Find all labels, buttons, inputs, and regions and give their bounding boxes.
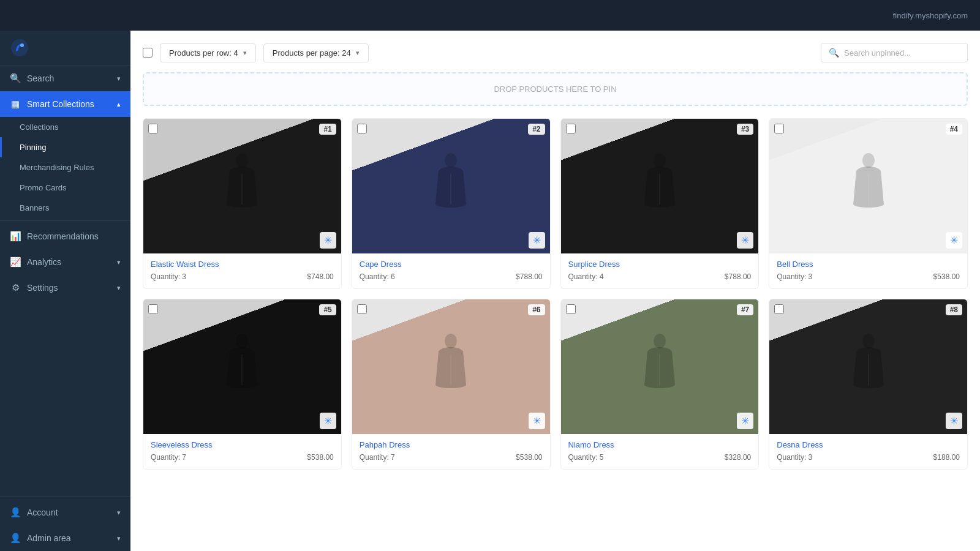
search-input[interactable]: [844, 48, 960, 58]
card-image: #7 ✳: [561, 299, 759, 434]
card-body: Elastic Waist Dress Quantity: 3 $748.00: [143, 253, 341, 288]
chevron-down-icon: ▾: [117, 284, 121, 292]
card-checkbox[interactable]: [357, 304, 367, 314]
card-price: $328.00: [725, 453, 751, 462]
pin-button[interactable]: ✳: [529, 413, 545, 429]
card-checkbox[interactable]: [357, 124, 367, 133]
shop-domain: findify.myshopify.com: [893, 11, 968, 20]
products-per-row-dropdown[interactable]: Products per row: 4 ▾: [160, 43, 256, 62]
card-title: Bell Dress: [777, 260, 960, 269]
card-meta: Quantity: 5 $328.00: [568, 453, 752, 462]
sidebar-item-recommendations[interactable]: 📊 Recommendations: [0, 223, 130, 249]
product-card[interactable]: #8 ✳ Desna Dress Quantity: 3 $188.00: [769, 299, 968, 470]
product-card[interactable]: #2 ✳ Cape Dress Quantity: 6 $788.00: [352, 118, 551, 289]
search-box: 🔍: [821, 43, 968, 62]
card-checkbox[interactable]: [148, 124, 158, 133]
card-body: Niamo Dress Quantity: 5 $328.00: [561, 434, 759, 469]
pin-button[interactable]: ✳: [946, 232, 962, 249]
card-image: #4 ✳: [769, 119, 967, 253]
select-all-checkbox[interactable]: [143, 48, 153, 58]
products-per-page-label: Products per page: 24: [273, 48, 351, 58]
sidebar-item-collections[interactable]: Collections: [0, 117, 130, 137]
card-title: Surplice Dress: [568, 260, 752, 269]
products-per-page-dropdown[interactable]: Products per page: 24 ▾: [263, 43, 369, 62]
sidebar-item-promo-cards[interactable]: Promo Cards: [0, 178, 130, 198]
card-meta: Quantity: 3 $538.00: [777, 272, 960, 281]
card-price: $188.00: [933, 453, 960, 462]
card-meta: Quantity: 7 $538.00: [151, 453, 334, 462]
sidebar-item-smart-collections[interactable]: ▦ Smart Collections ▴: [0, 91, 130, 117]
sidebar-item-admin-area[interactable]: 👤 Admin area ▾: [0, 525, 130, 551]
dress-image-placeholder: [769, 299, 967, 434]
card-title: Elastic Waist Dress: [151, 260, 334, 269]
search-icon: 🔍: [10, 73, 21, 84]
card-image: #1 ✳: [143, 119, 341, 253]
card-body: Desna Dress Quantity: 3 $188.00: [769, 434, 967, 469]
chevron-up-icon: ▴: [117, 100, 121, 108]
product-card[interactable]: #7 ✳ Niamo Dress Quantity: 5 $328.00: [560, 299, 760, 470]
card-checkbox[interactable]: [148, 304, 158, 314]
sidebar-item-account[interactable]: 👤 Account ▾: [0, 500, 130, 525]
dress-image-placeholder: [143, 299, 341, 434]
product-card[interactable]: #6 ✳ Pahpah Dress Quantity: 7 $538.00: [352, 299, 551, 470]
card-checkbox[interactable]: [774, 304, 784, 314]
card-image: #8 ✳: [769, 299, 967, 434]
sidebar-item-pinning[interactable]: Pinning: [0, 137, 130, 157]
card-position-badge: #7: [737, 304, 753, 315]
svg-point-14: [654, 334, 666, 348]
card-quantity: Quantity: 4: [568, 272, 604, 281]
card-title: Pahpah Dress: [360, 440, 543, 449]
card-position-badge: #5: [319, 304, 336, 315]
card-body: Surplice Dress Quantity: 4 $788.00: [561, 253, 759, 288]
sidebar: 🔍 Search ▾ ▦ Smart Collections ▴ Collect…: [0, 31, 130, 551]
card-meta: Quantity: 4 $788.00: [568, 272, 752, 281]
product-card[interactable]: #5 ✳ Sleeveless Dress Quantity: 7 $538.0…: [143, 299, 342, 470]
sidebar-item-banners[interactable]: Banners: [0, 198, 130, 218]
svg-point-4: [445, 153, 457, 168]
product-card[interactable]: #4 ✳ Bell Dress Quantity: 3 $538.00: [769, 118, 968, 289]
account-icon: 👤: [10, 507, 21, 518]
sidebar-item-settings[interactable]: ⚙ Settings ▾: [0, 275, 130, 301]
pin-button[interactable]: ✳: [320, 413, 336, 429]
drop-zone[interactable]: DROP PRODUCTS HERE TO PIN: [143, 72, 968, 106]
svg-point-1: [20, 43, 24, 47]
pin-button[interactable]: ✳: [737, 413, 753, 429]
svg-point-12: [445, 334, 457, 348]
chevron-down-icon: ▾: [117, 534, 121, 542]
sidebar-item-recommendations-label: Recommendations: [27, 231, 99, 241]
card-image: #3 ✳: [561, 119, 759, 253]
card-body: Pahpah Dress Quantity: 7 $538.00: [352, 434, 550, 469]
svg-point-16: [862, 334, 875, 348]
sidebar-bottom: 👤 Account ▾ 👤 Admin area ▾: [0, 494, 130, 551]
sidebar-item-account-label: Account: [27, 508, 58, 517]
card-price: $538.00: [516, 453, 542, 462]
card-body: Bell Dress Quantity: 3 $538.00: [769, 253, 967, 288]
pin-button[interactable]: ✳: [529, 232, 545, 249]
card-checkbox[interactable]: [774, 124, 784, 133]
pin-button[interactable]: ✳: [946, 413, 962, 429]
card-position-badge: #1: [319, 124, 336, 135]
dress-image-placeholder: [769, 119, 967, 253]
drop-zone-label: DROP PRODUCTS HERE TO PIN: [494, 84, 616, 94]
card-meta: Quantity: 7 $538.00: [360, 453, 543, 462]
card-checkbox[interactable]: [566, 304, 576, 314]
card-meta: Quantity: 3 $748.00: [151, 272, 334, 281]
card-position-badge: #4: [946, 124, 962, 135]
dress-image-placeholder: [561, 119, 759, 253]
sidebar-item-search[interactable]: 🔍 Search ▾: [0, 66, 130, 91]
main-content: Products per row: 4 ▾ Products per page:…: [130, 31, 980, 551]
product-card[interactable]: #1 ✳ Elastic Waist Dress Quantity: 3 $74…: [143, 118, 342, 289]
logo-area: [0, 31, 130, 66]
sidebar-item-smart-collections-label: Smart Collections: [27, 99, 94, 109]
pin-button[interactable]: ✳: [320, 232, 336, 249]
sidebar-item-merchandising-rules[interactable]: Merchandising Rules: [0, 157, 130, 178]
card-quantity: Quantity: 5: [568, 453, 604, 462]
recommendations-icon: 📊: [10, 231, 21, 242]
product-card[interactable]: #3 ✳ Surplice Dress Quantity: 4 $788.00: [560, 118, 760, 289]
pin-button[interactable]: ✳: [737, 232, 753, 249]
card-checkbox[interactable]: [566, 124, 576, 133]
sidebar-item-analytics[interactable]: 📈 Analytics ▾: [0, 249, 130, 275]
sidebar-item-settings-label: Settings: [27, 283, 58, 293]
chevron-down-icon: ▾: [243, 49, 247, 57]
svg-point-0: [11, 39, 28, 56]
